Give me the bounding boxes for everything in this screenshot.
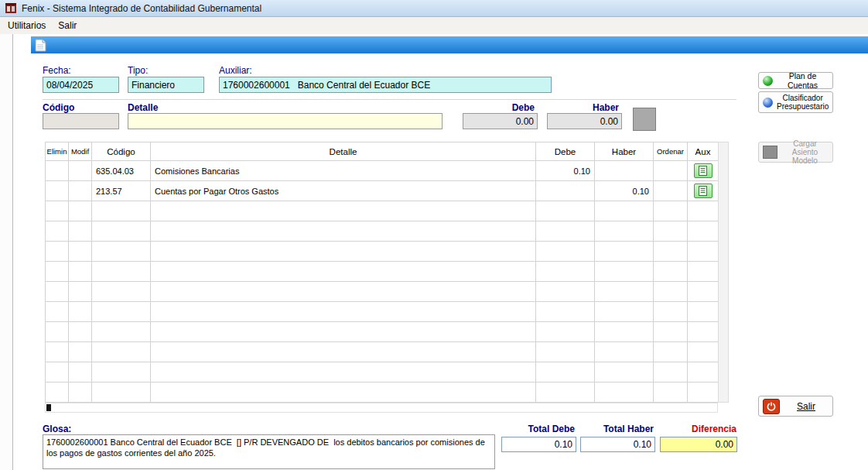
cell-aux <box>688 302 719 322</box>
cell-detalle <box>151 262 536 282</box>
cell-haber <box>595 201 654 221</box>
cell-haber <box>595 383 654 403</box>
cell-aux <box>688 161 719 181</box>
salir-label: Salir <box>784 401 829 412</box>
fecha-input[interactable] <box>43 77 119 93</box>
cell-modif <box>69 342 92 362</box>
cell-modif <box>69 302 92 322</box>
diferencia-display[interactable] <box>660 437 737 452</box>
header-codigo: Código <box>92 142 151 161</box>
cell-modif <box>69 282 92 302</box>
cell-debe <box>536 322 595 342</box>
cell-ordenar <box>654 302 688 322</box>
cell-modif <box>69 201 92 221</box>
tipo-input[interactable] <box>128 77 204 93</box>
cell-codigo <box>92 362 151 383</box>
cell-modif <box>69 362 92 383</box>
salir-button[interactable]: Salir <box>758 396 833 417</box>
empty-row <box>46 302 719 322</box>
empty-row <box>46 383 719 403</box>
empty-row <box>46 282 719 302</box>
cell-haber <box>595 242 654 262</box>
menu-utilitarios[interactable]: Utilitarios <box>2 19 52 33</box>
cell-elimin <box>46 342 69 362</box>
header-debe: Debe <box>536 142 595 161</box>
empty-row <box>46 242 719 262</box>
header-elimin: Elimin <box>46 142 69 161</box>
detalle-input[interactable] <box>128 113 443 129</box>
cell-codigo <box>92 302 151 322</box>
aux-detail-button[interactable] <box>694 163 713 178</box>
cargar-asiento-modelo-button[interactable]: Cargar Asiento Modelo <box>758 142 833 163</box>
cell-detalle <box>151 383 536 403</box>
entries-table: Elimin Modif Código Detalle Debe Haber O… <box>45 142 729 413</box>
empty-row <box>46 201 719 221</box>
title-bar: Fenix - Sistema Integrado de Contabilida… <box>0 0 868 17</box>
cell-aux <box>688 362 719 383</box>
cell-ordenar <box>654 242 688 262</box>
glosa-label: Glosa: <box>43 424 71 434</box>
entry-row[interactable]: 213.57Cuentas por Pagar Otros Gastos0.10 <box>46 181 719 201</box>
empty-row <box>46 322 719 342</box>
cell-haber <box>595 322 654 342</box>
horizontal-scrollbar[interactable] <box>45 403 718 413</box>
cell-aux <box>688 342 719 362</box>
cell-ordenar <box>654 342 688 362</box>
codigo-input[interactable] <box>43 113 119 129</box>
glosa-textarea[interactable]: 1760002600001 Banco Central del Ecuador … <box>43 434 495 469</box>
green-sphere-icon <box>763 76 773 86</box>
header-aux: Aux <box>688 142 719 161</box>
plan-de-cuentas-button[interactable]: Plan de Cuentas <box>758 72 833 89</box>
haber-display[interactable] <box>547 113 622 129</box>
cell-debe <box>536 242 595 262</box>
gray-square-icon <box>763 146 777 159</box>
horizontal-scrollbar-thumb[interactable] <box>46 404 51 411</box>
aux-detail-button[interactable] <box>694 184 713 198</box>
cell-elimin <box>46 362 69 383</box>
cell-modif <box>69 221 92 242</box>
fecha-label: Fecha: <box>43 65 71 76</box>
cell-modif <box>69 181 92 201</box>
cell-ordenar <box>654 161 688 181</box>
window-title: Fenix - Sistema Integrado de Contabilida… <box>22 3 261 14</box>
total-haber-display[interactable] <box>580 437 655 452</box>
new-document-icon[interactable] <box>35 39 46 52</box>
cell-codigo <box>92 342 151 362</box>
cell-haber <box>595 342 654 362</box>
cell-modif <box>69 161 92 181</box>
cell-elimin <box>46 242 69 262</box>
total-debe-display[interactable] <box>501 437 576 452</box>
cell-debe <box>536 282 595 302</box>
empty-row <box>46 342 719 362</box>
gray-action-button[interactable] <box>633 108 656 131</box>
cell-debe <box>536 221 595 242</box>
empty-row <box>46 221 719 242</box>
clasificador-presupuestario-button[interactable]: Clasificador Presupuestario <box>758 91 833 113</box>
cell-haber <box>595 362 654 383</box>
cell-debe <box>536 342 595 362</box>
cell-codigo <box>92 322 151 342</box>
cell-detalle <box>151 322 536 342</box>
cell-codigo <box>92 383 151 403</box>
cell-ordenar <box>654 221 688 242</box>
plan-de-cuentas-label: Plan de Cuentas <box>777 71 829 90</box>
debe-display[interactable] <box>463 113 538 129</box>
cell-debe <box>536 362 595 383</box>
cell-haber <box>595 161 654 181</box>
vertical-scrollbar[interactable] <box>718 142 729 403</box>
cell-elimin <box>46 302 69 322</box>
cell-aux <box>688 242 719 262</box>
haber-label: Haber <box>547 102 619 113</box>
entry-row[interactable]: 635.04.03Comisiones Bancarias0.10 <box>46 161 719 181</box>
cell-detalle: Cuentas por Pagar Otros Gastos <box>151 181 536 201</box>
cell-debe <box>536 201 595 221</box>
cell-codigo <box>92 262 151 282</box>
cell-detalle <box>151 302 536 322</box>
auxiliar-input[interactable] <box>219 77 552 93</box>
cell-debe <box>536 383 595 403</box>
menu-salir[interactable]: Salir <box>52 19 83 33</box>
header-ordenar: Ordenar <box>654 142 688 161</box>
left-panel-strip <box>0 34 13 470</box>
blue-sphere-icon <box>763 98 773 108</box>
cell-ordenar <box>654 362 688 383</box>
